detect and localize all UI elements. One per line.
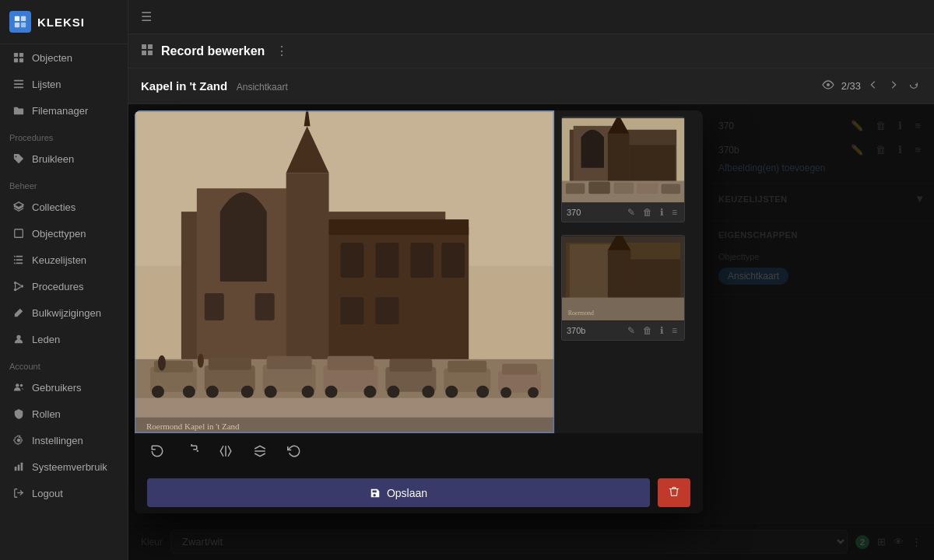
nav-next-button[interactable] [886,77,901,95]
thumb-info-btn-370[interactable]: ℹ [658,206,666,219]
sidebar-item-leden[interactable]: Leden [3,327,125,352]
grid-icon [12,51,25,64]
eye-icon[interactable] [820,76,837,96]
sidebar-item-rollen[interactable]: Rollen [3,401,125,426]
svg-rect-7 [19,58,23,62]
record-title-bar: Kapel in 't Zand Ansichtkaart 2/33 [128,68,934,104]
rotate-right-btn[interactable] [181,441,202,464]
svg-rect-17 [14,263,16,264]
thumb-actions-370: ✎ 🗑 ℹ ≡ [625,206,679,219]
record-type: Ansichtkaart [237,82,288,93]
thumb-actions-370b: ✎ 🗑 ℹ ≡ [625,324,679,337]
flip-vertical-btn[interactable] [250,441,270,464]
svg-rect-11 [15,229,23,238]
svg-rect-16 [14,259,16,261]
main-content: ☰ Record bewerken ⋮ Kapel in 't Zand Ans… [128,0,934,560]
svg-point-36 [827,83,830,86]
sidebar-label-instellingen: Instellingen [32,435,83,446]
svg-rect-1 [21,16,26,21]
sidebar-item-bulkwijzigingen[interactable]: Bulkwijzigingen [3,300,125,325]
sidebar-item-procedures[interactable]: Procedures [3,274,125,299]
svg-rect-12 [16,256,23,257]
sidebar-label-objecten: Objecten [32,52,72,64]
sidebar-item-filemanager[interactable]: Filemanager [3,98,125,123]
thumbnail-item-370b[interactable]: Roermond 370b ✎ 🗑 ℹ ≡ [561,235,685,341]
svg-rect-99 [614,182,634,194]
logout-icon [12,487,25,499]
page-title: Record bewerken [161,44,265,58]
svg-rect-13 [16,259,23,261]
more-options-icon[interactable]: ⋮ [276,44,288,58]
sidebar-label-bulkwijzigingen: Bulkwijzigingen [32,307,101,319]
page-header-icon [141,44,153,58]
svg-rect-101 [662,184,681,194]
sidebar-item-systeemverbruik[interactable]: Systeemverbruik [3,454,125,479]
svg-rect-30 [21,463,23,471]
svg-rect-33 [148,44,153,49]
sidebar-item-objecten[interactable]: Objecten [3,45,125,70]
thumb-id-370: 370 [567,208,581,217]
viewer-save-row: Opslaan [135,472,703,513]
sidebar-label-collecties: Collecties [32,201,75,213]
svg-rect-14 [16,263,23,264]
record-name-area: Kapel in 't Zand Ansichtkaart [141,79,288,93]
viewer-top-section: Roermond Kapel in 't Zand [135,110,703,433]
sidebar-item-logout[interactable]: Logout [3,481,125,506]
svg-rect-2 [15,23,19,27]
svg-line-23 [16,287,20,290]
sidebar-item-collecties[interactable]: Collecties [3,194,125,219]
svg-point-26 [20,384,23,387]
svg-point-24 [16,335,20,339]
sidebar-item-bruikleen[interactable]: Bruikleen [3,146,125,171]
sidebar-label-filemanager: Filemanager [32,105,88,117]
flow-icon [12,280,25,292]
svg-rect-9 [14,83,23,85]
thumb-delete-btn-370[interactable]: 🗑 [641,206,655,219]
sidebar-label-keuzelijsten: Keuzelijsten [32,254,86,266]
thumbnail-image-370 [562,117,684,203]
hamburger-icon[interactable]: ☰ [141,9,152,24]
thumb-edit-btn-370b[interactable]: ✎ [625,324,637,337]
svg-rect-0 [15,16,19,21]
sidebar-item-gebruikers[interactable]: Gebruikers [3,375,125,400]
user-icon [12,333,25,345]
section-label-account: Account [0,352,128,374]
delete-button[interactable] [658,478,690,507]
sidebar-item-instellingen[interactable]: Instellingen [3,428,125,453]
sidebar: KLEKSI Objecten Lijsten Filemanager Proc… [0,0,128,560]
sidebar-item-lijsten[interactable]: Lijsten [3,72,125,96]
svg-rect-6 [14,58,18,62]
svg-point-18 [14,282,17,285]
svg-rect-29 [18,464,20,471]
thumb-edit-btn-370[interactable]: ✎ [625,206,637,219]
thumb-more-btn-370[interactable]: ≡ [669,206,679,219]
reset-btn[interactable] [284,441,304,464]
rotate-left-btn[interactable] [147,441,167,464]
sidebar-item-keuzelijsten[interactable]: Keuzelijsten [3,247,125,272]
svg-rect-35 [148,51,153,55]
svg-rect-5 [19,53,23,57]
thumb-delete-btn-370b[interactable]: 🗑 [641,324,655,337]
nav-prev-button[interactable] [866,77,881,95]
image-viewer-modal: Roermond Kapel in 't Zand [135,110,703,513]
thumb-info-btn-370b[interactable]: ℹ [658,324,666,337]
refresh-icon[interactable] [906,77,922,95]
viewer-thumbnails: 370 ✎ 🗑 ℹ ≡ [555,110,691,433]
save-button[interactable]: Opslaan [147,478,650,507]
section-label-beheer: Beheer [0,172,128,194]
svg-rect-4 [14,53,18,57]
svg-point-19 [21,285,24,288]
settings-icon [12,434,25,446]
chart-icon [12,460,25,473]
section-label-procedures: Procedures [0,124,128,145]
svg-point-27 [17,439,20,442]
sidebar-item-objecttypen[interactable]: Objecttypen [3,221,125,246]
thumbnail-item-370[interactable]: 370 ✎ 🗑 ℹ ≡ [561,117,685,222]
svg-rect-89 [135,110,554,432]
thumbnail-label-370: 370 ✎ 🗑 ℹ ≡ [562,203,684,222]
flip-horizontal-btn[interactable] [216,441,236,464]
thumb-more-btn-370b[interactable]: ≡ [669,324,679,337]
svg-rect-28 [15,467,17,471]
sidebar-label-bruikleen: Bruikleen [32,153,74,165]
svg-rect-8 [14,80,23,82]
